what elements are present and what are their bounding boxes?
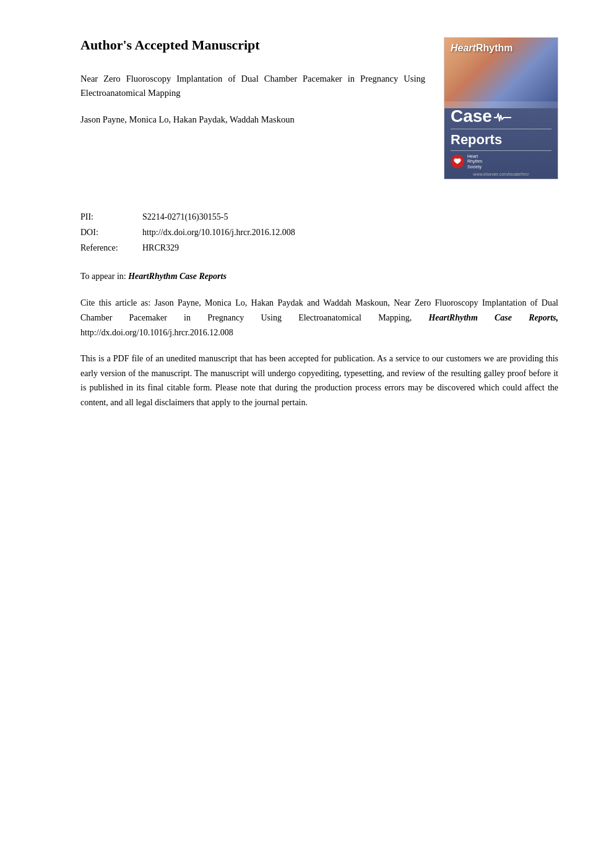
article-title: Near Zero Fluoroscopy Implantation of Du… [80,72,425,100]
main-title: Author's Accepted Manuscript [80,37,425,53]
cover-divider-2 [451,150,551,151]
appear-in-section: To appear in: HeartRhythm Case Reports [80,270,558,283]
appear-in-prefix: To appear in: [80,272,126,281]
pii-label: PII: [80,210,142,223]
reference-value: HRCR329 [142,241,179,254]
journal-cover-inner: HeartRhythm Case Reports [444,38,558,179]
appear-in-journal: HeartRhythm Case Reports [128,272,227,281]
authors: Jason Payne, Monica Lo, Hakan Paydak, Wa… [80,113,425,127]
doi-row: DOI: http://dx.doi.org/10.1016/j.hrcr.20… [80,226,558,239]
cover-title-bar: HeartRhythm [444,38,558,57]
logo-text: HeartRhythmSociety [467,154,482,170]
disclaimer-text: This is a PDF file of an unedited manusc… [80,354,558,407]
disclaimer-section: This is a PDF file of an unedited manusc… [80,351,558,410]
header-section: Author's Accepted Manuscript Near Zero F… [80,37,558,179]
cite-section: Cite this article as: Jason Payne, Monic… [80,296,558,340]
cover-reports-label: Reports [451,132,551,148]
cover-case-reports-box: Case Reports HeartRh [444,101,558,179]
header-left: Author's Accepted Manuscript Near Zero F… [80,37,444,127]
cite-prefix: Cite this article as: [80,298,150,307]
heart-rhythm-society-logo [451,155,464,168]
cover-heart-rhythm-title: HeartRhythm [451,43,551,54]
metadata-section: PII: S2214-0271(16)30155-5 DOI: http://d… [80,210,558,254]
journal-cover: HeartRhythm Case Reports [444,37,558,179]
cover-logo-row: HeartRhythmSociety [451,154,551,170]
reference-label: Reference: [80,241,142,254]
logo-icon [453,157,462,166]
pii-row: PII: S2214-0271(16)30155-5 [80,210,558,223]
cite-doi: http://dx.doi.org/10.1016/j.hrcr.2016.12… [80,328,233,337]
doi-label: DOI: [80,226,142,239]
cite-journal-italic: HeartRhythm Case Reports, [428,313,558,322]
cover-divider [451,129,551,129]
pii-value: S2214-0271(16)30155-5 [142,210,228,223]
page: Author's Accepted Manuscript Near Zero F… [0,0,614,868]
ecg-icon [494,110,511,122]
doi-value: http://dx.doi.org/10.1016/j.hrcr.2016.12… [142,226,295,239]
reference-row: Reference: HRCR329 [80,241,558,254]
cover-case-label: Case [451,106,551,126]
